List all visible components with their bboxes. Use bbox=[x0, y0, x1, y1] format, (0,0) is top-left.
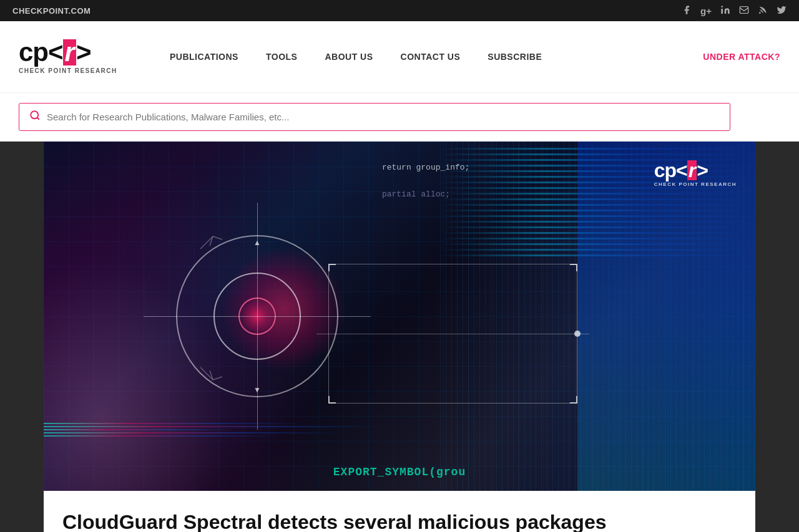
corner-tr bbox=[570, 264, 577, 271]
svg-line-9 bbox=[213, 377, 222, 380]
corner-bl bbox=[328, 396, 336, 404]
nav-subscribe[interactable]: SUBSCRIBE bbox=[474, 52, 556, 62]
hero-background: return group_info; partial alloc; ▲ ▼ bbox=[44, 142, 755, 491]
google-plus-icon[interactable]: g+ bbox=[700, 6, 712, 16]
article-preview: CloudGuard Spectral detects several mali… bbox=[44, 491, 755, 532]
article-title: CloudGuard Spectral detects several mali… bbox=[62, 510, 624, 532]
hero-image: return group_info; partial alloc; ▲ ▼ bbox=[44, 142, 755, 491]
svg-line-6 bbox=[213, 236, 222, 239]
nav-under-attack[interactable]: UNDER ATTACK? bbox=[703, 52, 780, 62]
hero-logo-subtitle: CHECK POINT RESEARCH bbox=[654, 181, 737, 187]
svg-point-2 bbox=[759, 12, 761, 14]
target-dot bbox=[574, 331, 581, 337]
article-title-line1: CloudGuard Spectral detects several mali… bbox=[62, 511, 606, 532]
glitch-line bbox=[44, 429, 236, 430]
linkedin-icon[interactable] bbox=[720, 5, 730, 17]
logo-prefix: cp< bbox=[19, 37, 63, 67]
search-bar bbox=[19, 103, 730, 131]
logo-subtitle: CHECK POINT RESEARCH bbox=[19, 67, 117, 74]
search-container bbox=[0, 93, 799, 142]
header: cp<r> CHECK POINT RESEARCH PUBLICATIONS … bbox=[0, 21, 799, 93]
rss-icon[interactable] bbox=[758, 5, 768, 17]
code-line-1: return group_info; bbox=[382, 160, 469, 175]
top-bar: CHECKPOINT.COM g+ bbox=[0, 0, 799, 21]
crosshair-arrows-svg bbox=[150, 211, 275, 399]
logo-area[interactable]: cp<r> CHECK POINT RESEARCH bbox=[19, 39, 119, 74]
corner-tl bbox=[328, 264, 336, 271]
hero-logo-text: cp<r> bbox=[654, 160, 737, 180]
main-nav: PUBLICATIONS TOOLS ABOUT US CONTACT US S… bbox=[156, 52, 780, 62]
site-link[interactable]: CHECKPOINT.COM bbox=[12, 6, 91, 16]
hero-logo-r: r bbox=[687, 160, 697, 180]
glitch-line bbox=[44, 435, 278, 437]
code-bottom-text: EXPORT_SYMBOL(grou bbox=[333, 466, 466, 478]
svg-point-3 bbox=[31, 111, 38, 118]
nav-tools[interactable]: TOOLS bbox=[252, 52, 311, 62]
svg-rect-1 bbox=[740, 6, 748, 13]
search-input[interactable] bbox=[47, 112, 720, 122]
code-overlay: return group_info; partial alloc; bbox=[382, 160, 469, 202]
logo-suffix: > bbox=[76, 37, 91, 67]
email-icon[interactable] bbox=[739, 5, 749, 17]
nav-publications[interactable]: PUBLICATIONS bbox=[156, 52, 252, 62]
target-rectangle bbox=[328, 264, 577, 404]
right-glow bbox=[577, 142, 755, 491]
glitch-line bbox=[44, 432, 343, 433]
nav-contact-us[interactable]: CONTACT US bbox=[387, 52, 474, 62]
hero-logo: cp<r> CHECK POINT RESEARCH bbox=[654, 160, 737, 187]
glitch-line bbox=[44, 423, 300, 424]
svg-point-0 bbox=[721, 6, 723, 7]
logo-r: r bbox=[63, 39, 76, 65]
search-icon bbox=[29, 110, 41, 124]
corner-br bbox=[570, 396, 577, 404]
glitch-lines bbox=[44, 421, 471, 491]
rect-hline bbox=[316, 334, 589, 334]
nav-about-us[interactable]: ABOUT US bbox=[311, 52, 386, 62]
social-icons: g+ bbox=[682, 5, 787, 17]
logo-text: cp<r> bbox=[19, 39, 91, 65]
facebook-icon[interactable] bbox=[682, 5, 692, 17]
glitch-line bbox=[44, 426, 385, 427]
twitter-icon[interactable] bbox=[777, 5, 787, 17]
code-line-2: partial alloc; bbox=[382, 187, 469, 201]
